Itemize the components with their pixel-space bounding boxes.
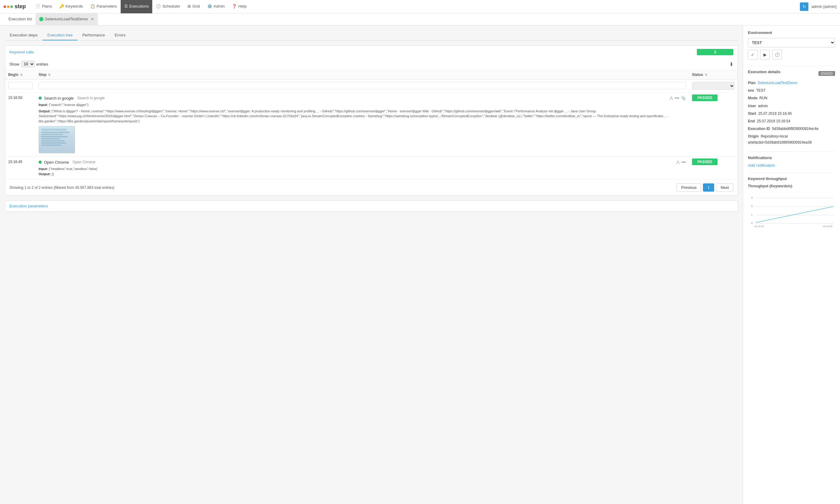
- env-check-button[interactable]: ✓: [748, 50, 758, 59]
- row1-more-icon[interactable]: •••: [675, 96, 679, 101]
- row1-tree-icon[interactable]: ⋀: [670, 96, 673, 100]
- screenshot-image[interactable]: [39, 126, 75, 153]
- nav-keywords[interactable]: 🔑 Keywords: [56, 0, 87, 13]
- nav-right: ↻ admin [admin]: [800, 2, 836, 11]
- row1-step-actions: ⋀ ••• 📎: [670, 96, 686, 101]
- sub-tab-exec-steps[interactable]: Execution steps: [5, 30, 42, 40]
- step-filter-input[interactable]: [39, 82, 686, 89]
- row1-step-desc: Search in google: [78, 96, 105, 100]
- grid-icon: ⊞: [188, 4, 191, 8]
- sidebar: Environment TEST PROD DEV ✓ ▶ 🕐 Executio…: [743, 25, 840, 504]
- divider-1: [748, 66, 835, 66]
- row2-step-actions: ⋀ •••: [676, 160, 686, 165]
- divider-3: [748, 173, 835, 173]
- tab-execution-list[interactable]: Execution list: [5, 13, 36, 25]
- keyword-calls-header: Keyword calls 2: [5, 46, 738, 58]
- sub-tabs: Execution steps Execution tree Performan…: [5, 30, 738, 41]
- row2-passed-badge: PASSED: [692, 159, 718, 165]
- row2-step-io: Input: {"headless":true,"sandbox":false}…: [39, 166, 686, 176]
- begin-sort-icon[interactable]: ⇅: [20, 73, 22, 76]
- tab-close-icon[interactable]: ✕: [90, 17, 94, 21]
- exec-params-card: Execution parameters: [5, 200, 738, 212]
- keyword-calls-badge: 2: [697, 49, 733, 55]
- dot-yellow: [7, 5, 10, 8]
- environment-section: Environment TEST PROD DEV ✓ ▶ 🕐: [748, 30, 835, 59]
- nav-admin[interactable]: ⚙️ Admin: [204, 0, 228, 13]
- row1-step-name: Search in google: [44, 96, 74, 101]
- logo-dots: [4, 5, 13, 8]
- filter-row: PASSED FAILED: [5, 79, 738, 93]
- row2-status: PASSED: [689, 157, 738, 180]
- notifications-title: Notifications: [748, 156, 835, 160]
- exec-params-title: Execution parameters: [10, 204, 48, 208]
- table-row: 15:16:50 Search in google Search in goog…: [5, 93, 738, 157]
- row2-status-dot: [39, 161, 41, 164]
- detail-start: Start 25.07.2019 15:16:45: [748, 111, 835, 116]
- row2-tree-icon[interactable]: ⋀: [676, 160, 680, 164]
- env-actions: ✓ ▶ 🕐: [748, 50, 835, 59]
- row1-attach-icon[interactable]: 📎: [681, 96, 686, 101]
- tab-selenium-demo[interactable]: SeleniumLoadTestDemo ✕: [36, 13, 98, 25]
- environment-title: Environment: [748, 30, 835, 35]
- exec-detail-header: Execution details ENDED: [748, 70, 835, 77]
- detail-origin: Origin Repository=local artefactid=5d39a…: [748, 133, 835, 145]
- detail-user: User admin: [748, 103, 835, 109]
- sub-tab-performance[interactable]: Performance: [78, 30, 110, 40]
- exec-table: Begin ⇅ Step ⇅ Status ⇅: [5, 70, 738, 180]
- sub-tab-exec-tree[interactable]: Execution tree: [42, 30, 78, 40]
- nav-parameters[interactable]: 📋 Parameters: [87, 0, 121, 13]
- nav-help[interactable]: ❓ Help: [228, 0, 250, 13]
- content-area: Execution steps Execution tree Performan…: [0, 25, 743, 504]
- row2-more-icon[interactable]: •••: [681, 160, 686, 165]
- logo-text: step: [15, 3, 26, 10]
- row1-status: PASSED: [689, 93, 738, 157]
- nav-plans[interactable]: 📄 Plans: [32, 0, 56, 13]
- environment-select[interactable]: TEST PROD DEV: [748, 38, 835, 47]
- show-entries: Show 10 25 50 entries: [10, 61, 48, 67]
- step-sort-icon[interactable]: ⇅: [48, 73, 50, 76]
- detail-env: env TEST: [748, 88, 835, 93]
- refresh-button[interactable]: ↻: [800, 2, 808, 11]
- begin-filter-input[interactable]: [8, 82, 33, 89]
- row2-begin: 15:16:45: [5, 157, 36, 180]
- detail-mode: Mode RUN: [748, 95, 835, 101]
- row2-step-header: Open Chrome Open Chrome ⋀ •••: [39, 160, 686, 165]
- tab-status-icon: [39, 17, 44, 21]
- svg-text:1: 1: [751, 213, 753, 216]
- detail-exec-id: Execution ID 5d39abbd6f8f39000924ec4e: [748, 126, 835, 132]
- keyword-calls-card: Keyword calls 2 Show 10 25 50 entries ⬇: [5, 46, 738, 196]
- status-filter-select[interactable]: PASSED FAILED: [692, 82, 735, 90]
- svg-text:3: 3: [751, 196, 753, 199]
- tabs-bar: Execution list SeleniumLoadTestDemo ✕: [0, 13, 840, 25]
- nav-items: 📄 Plans 🔑 Keywords 📋 Parameters ☰ Execut…: [32, 0, 800, 13]
- row2-step-desc: Open Chrome: [73, 160, 96, 164]
- nav-executions[interactable]: ☰ Executions: [121, 0, 153, 13]
- row1-passed-badge: PASSED: [692, 94, 718, 101]
- executions-icon: ☰: [124, 4, 128, 8]
- plans-icon: 📄: [36, 4, 40, 8]
- help-icon: ❓: [232, 4, 237, 8]
- page-1-button[interactable]: 1: [703, 183, 714, 192]
- parameters-icon: 📋: [90, 4, 95, 8]
- table-row: 15:16:45 Open Chrome Open Chrome ⋀ •••: [5, 157, 738, 180]
- sub-tab-errors[interactable]: Errors: [110, 30, 130, 40]
- status-sort-icon[interactable]: ⇅: [705, 73, 707, 76]
- notifications-section: Notifications Add notification: [748, 156, 835, 167]
- exec-details-section: Execution details ENDED Plan SeleniumLoa…: [748, 70, 835, 145]
- chart-title: Throughput (Keywords/s): [748, 184, 835, 188]
- next-button[interactable]: Next: [716, 183, 733, 192]
- svg-text:2: 2: [751, 205, 753, 208]
- env-clock-button[interactable]: 🕐: [772, 50, 782, 59]
- show-select[interactable]: 10 25 50: [21, 61, 35, 67]
- previous-button[interactable]: Previous: [676, 183, 701, 192]
- nav-grid[interactable]: ⊞ Grid: [184, 0, 204, 13]
- nav-scheduler[interactable]: 🕒 Scheduler: [152, 0, 184, 13]
- svg-text:15:16:50: 15:16:50: [823, 225, 833, 227]
- download-icon[interactable]: ⬇: [730, 61, 733, 67]
- logo: step: [4, 3, 26, 10]
- plan-link[interactable]: SeleniumLoadTestDemo: [758, 81, 798, 85]
- add-notification-link[interactable]: Add notification: [748, 163, 775, 167]
- env-play-button[interactable]: ▶: [760, 50, 770, 59]
- top-nav: step 📄 Plans 🔑 Keywords 📋 Parameters ☰ E…: [0, 0, 840, 13]
- detail-plan: Plan SeleniumLoadTestDemo: [748, 80, 835, 86]
